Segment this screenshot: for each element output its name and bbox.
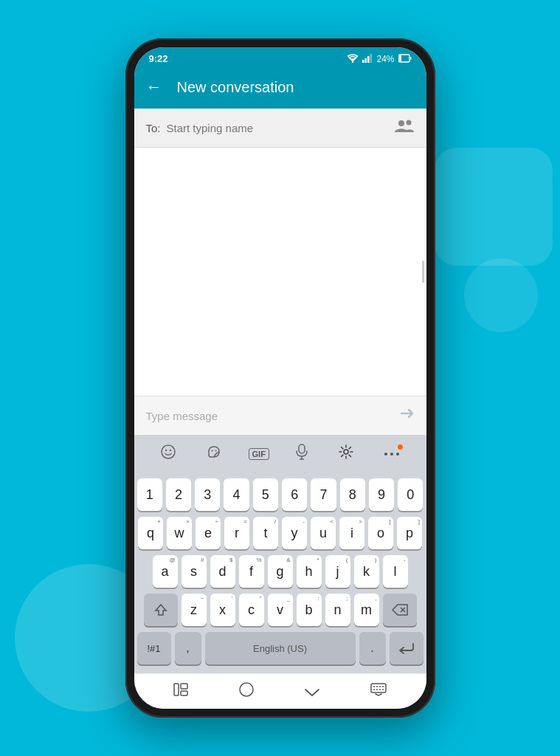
svg-rect-23 bbox=[181, 684, 187, 689]
key-w[interactable]: ×w bbox=[167, 517, 192, 549]
key-v[interactable]: _v bbox=[268, 594, 293, 626]
key-o[interactable]: [o bbox=[368, 517, 393, 549]
svg-point-34 bbox=[382, 689, 384, 690]
page-title: New conversation bbox=[177, 79, 294, 96]
nav-bar bbox=[134, 673, 426, 709]
key-l[interactable]: -l bbox=[383, 555, 408, 588]
key-c[interactable]: "c bbox=[239, 594, 264, 626]
message-placeholder[interactable]: Type message bbox=[146, 410, 218, 422]
shift-key[interactable] bbox=[144, 594, 178, 626]
key-a[interactable]: @a bbox=[153, 555, 178, 588]
status-icons: 24% bbox=[347, 54, 411, 64]
key-k[interactable]: )k bbox=[354, 555, 379, 588]
key-2[interactable]: 2 bbox=[166, 478, 191, 511]
to-field-container: To: bbox=[134, 109, 426, 148]
key-9[interactable]: 9 bbox=[369, 478, 394, 511]
send-button[interactable] bbox=[398, 405, 415, 426]
mic-button[interactable] bbox=[292, 441, 311, 467]
svg-point-12 bbox=[170, 450, 171, 451]
back-button[interactable]: ← bbox=[146, 78, 162, 97]
svg-rect-6 bbox=[399, 55, 401, 61]
svg-rect-22 bbox=[174, 684, 179, 695]
key-z[interactable]: ~z bbox=[182, 594, 207, 626]
type-message-bar: Type message bbox=[134, 396, 426, 435]
emoji-button[interactable] bbox=[157, 441, 179, 467]
notification-dot bbox=[398, 444, 403, 450]
svg-rect-7 bbox=[409, 57, 411, 60]
message-area[interactable] bbox=[134, 148, 426, 396]
keyboard-toolbar: GIF bbox=[134, 435, 426, 472]
key-i[interactable]: >i bbox=[339, 517, 364, 549]
key-d[interactable]: $d bbox=[210, 555, 235, 588]
home-button[interactable] bbox=[238, 681, 255, 701]
key-7[interactable]: 7 bbox=[311, 478, 336, 511]
wifi-icon bbox=[347, 54, 359, 64]
sticker-button[interactable] bbox=[203, 441, 225, 467]
key-u[interactable]: <u bbox=[311, 517, 336, 549]
svg-point-18 bbox=[344, 450, 348, 454]
svg-point-0 bbox=[352, 61, 353, 62]
phone-screen: 9:22 bbox=[134, 47, 426, 709]
zxcv-row: ~z 'x "c _v :b ;n ,m bbox=[137, 594, 424, 626]
key-j[interactable]: (j bbox=[325, 555, 350, 588]
number-row: 1 2 3 4 5 6 7 8 9 0 bbox=[137, 478, 424, 511]
svg-point-19 bbox=[384, 453, 387, 456]
svg-point-11 bbox=[165, 450, 167, 451]
enter-key[interactable] bbox=[390, 632, 424, 664]
phone-frame: 9:22 bbox=[125, 38, 435, 718]
signal-icon bbox=[362, 54, 373, 64]
svg-point-25 bbox=[240, 683, 253, 696]
svg-point-27 bbox=[373, 686, 375, 687]
svg-rect-15 bbox=[299, 444, 305, 453]
svg-point-32 bbox=[376, 689, 378, 690]
numbers-key[interactable]: !#1 bbox=[137, 632, 171, 664]
key-6[interactable]: 6 bbox=[282, 478, 307, 511]
back-nav-button[interactable] bbox=[304, 683, 320, 700]
app-header: ← New conversation bbox=[134, 69, 426, 109]
key-t[interactable]: /t bbox=[253, 517, 278, 549]
recipient-input[interactable] bbox=[167, 122, 388, 134]
svg-point-21 bbox=[396, 453, 399, 456]
bg-decoration-2 bbox=[435, 148, 553, 266]
key-m[interactable]: ,m bbox=[354, 594, 379, 626]
key-1[interactable]: 1 bbox=[137, 478, 162, 511]
key-g[interactable]: &g bbox=[268, 555, 293, 588]
svg-point-9 bbox=[406, 120, 411, 126]
svg-point-8 bbox=[398, 120, 404, 126]
key-r[interactable]: =r bbox=[224, 517, 249, 549]
keyboard: 1 2 3 4 5 6 7 8 9 0 +q ×w ÷e =r /t -y <u… bbox=[134, 472, 426, 673]
svg-point-28 bbox=[376, 686, 378, 687]
key-b[interactable]: :b bbox=[297, 594, 322, 626]
key-5[interactable]: 5 bbox=[253, 478, 278, 511]
key-x[interactable]: 'x bbox=[210, 594, 235, 626]
status-bar: 9:22 bbox=[134, 47, 426, 69]
key-p[interactable]: ]p bbox=[397, 517, 422, 549]
qwerty-row: +q ×w ÷e =r /t -y <u >i [o ]p bbox=[137, 517, 424, 549]
key-n[interactable]: ;n bbox=[325, 594, 350, 626]
bg-decoration-3 bbox=[464, 258, 538, 332]
key-f[interactable]: %f bbox=[239, 555, 264, 588]
key-4[interactable]: 4 bbox=[224, 478, 249, 511]
bottom-row: !#1 , English (US) . bbox=[137, 632, 424, 664]
keyboard-hide-button[interactable] bbox=[370, 683, 387, 700]
period-key[interactable]: . bbox=[359, 632, 386, 664]
battery-icon bbox=[398, 54, 412, 64]
svg-rect-26 bbox=[371, 684, 386, 693]
more-button[interactable] bbox=[381, 443, 403, 464]
gif-button[interactable]: GIF bbox=[249, 448, 269, 460]
space-key[interactable]: English (US) bbox=[205, 632, 356, 664]
key-s[interactable]: #s bbox=[182, 555, 207, 588]
backspace-key[interactable] bbox=[383, 594, 417, 626]
key-y[interactable]: -y bbox=[282, 517, 307, 549]
recent-apps-button[interactable] bbox=[173, 683, 188, 700]
key-0[interactable]: 0 bbox=[398, 478, 423, 511]
comma-key[interactable]: , bbox=[175, 632, 201, 664]
svg-point-33 bbox=[379, 689, 381, 690]
key-q[interactable]: +q bbox=[138, 517, 163, 549]
contacts-icon[interactable] bbox=[394, 117, 415, 138]
settings-button[interactable] bbox=[335, 441, 357, 467]
key-e[interactable]: ÷e bbox=[196, 517, 221, 549]
key-8[interactable]: 8 bbox=[340, 478, 365, 511]
key-3[interactable]: 3 bbox=[195, 478, 220, 511]
key-h[interactable]: *h bbox=[297, 555, 322, 588]
